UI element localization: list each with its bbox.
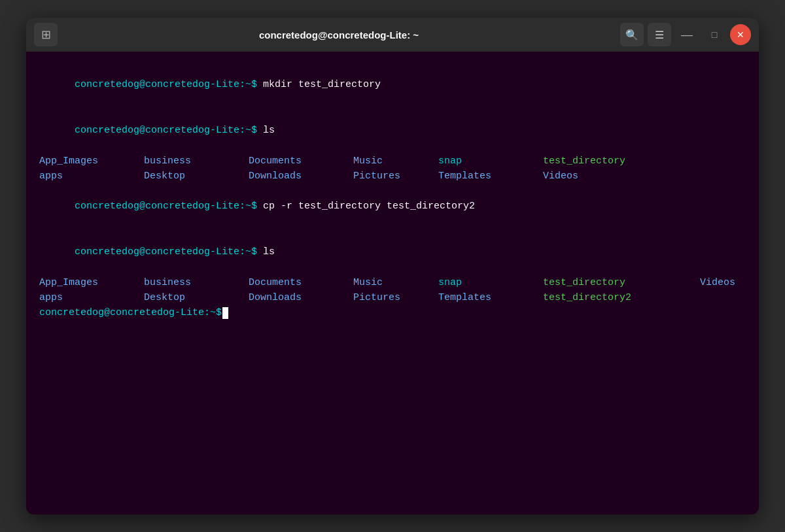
terminal-line-5: concretedog@concretedog-Lite:~$ — [39, 305, 746, 320]
terminal-body[interactable]: concretedog@concretedog-Lite:~$ mkdir te… — [26, 52, 759, 514]
terminal-window: ⊞ concretedog@concretedog-Lite: ~ 🔍 ☰ — … — [26, 18, 759, 514]
dir-Downloads-2: Downloads — [249, 290, 353, 305]
search-button[interactable]: 🔍 — [620, 23, 644, 46]
dir-Music-2: Music — [353, 275, 438, 290]
search-icon: 🔍 — [625, 29, 638, 41]
command-1: mkdir test_directory — [257, 79, 381, 90]
prompt-2: concretedog@concretedog-Lite:~$ — [75, 125, 257, 136]
dir-snap-1: snap — [438, 154, 543, 169]
command-3: cp -r test_directory test_directory2 — [257, 201, 475, 212]
terminal-line-2: concretedog@concretedog-Lite:~$ ls — [39, 108, 746, 154]
new-tab-icon: ⊞ — [41, 27, 51, 42]
minimize-icon: — — [681, 28, 693, 42]
dir-test_directory-1: test_directory — [543, 154, 674, 169]
terminal-line-1: concretedog@concretedog-Lite:~$ mkdir te… — [39, 62, 746, 108]
titlebar: ⊞ concretedog@concretedog-Lite: ~ 🔍 ☰ — … — [26, 18, 759, 52]
dir-apps-2: apps — [39, 290, 144, 305]
dir-Templates-1: Templates — [438, 169, 543, 184]
terminal-line-4: concretedog@concretedog-Lite:~$ ls — [39, 229, 746, 275]
new-tab-button[interactable]: ⊞ — [34, 23, 58, 46]
dir-Pictures-1: Pictures — [353, 169, 438, 184]
close-button[interactable]: ✕ — [730, 24, 751, 45]
prompt-4: concretedog@concretedog-Lite:~$ — [75, 246, 257, 258]
titlebar-left: ⊞ — [34, 23, 58, 46]
dir-Pictures-2: Pictures — [353, 290, 438, 305]
cursor — [222, 307, 228, 319]
menu-button[interactable]: ☰ — [648, 23, 671, 46]
ls-output-row-1b: apps Desktop Downloads Pictures Template… — [39, 169, 746, 184]
dir-Desktop-1: Desktop — [144, 169, 249, 184]
dir-test_directory2-2: test_directory2 — [543, 290, 700, 305]
ls-output-row-2a: App_Images business Documents Music snap… — [39, 275, 746, 290]
ls-output-row-1a: App_Images business Documents Music snap… — [39, 154, 746, 169]
dir-App_Images-2: App_Images — [39, 275, 144, 290]
dir-apps-1: apps — [39, 169, 144, 184]
dir-business-2: business — [144, 275, 249, 290]
hamburger-icon: ☰ — [655, 29, 664, 41]
dir-App_Images-1: App_Images — [39, 154, 144, 169]
window-title: concretedog@concretedog-Lite: ~ — [58, 29, 620, 41]
dir-Documents-1: Documents — [249, 154, 353, 169]
terminal-line-3: concretedog@concretedog-Lite:~$ cp -r te… — [39, 184, 746, 229]
titlebar-controls: 🔍 ☰ — □ ✕ — [620, 23, 751, 46]
command-2: ls — [257, 125, 275, 136]
dir-Downloads-1: Downloads — [249, 169, 353, 184]
ls-output-row-2b: apps Desktop Downloads Pictures Template… — [39, 290, 746, 305]
dir-Desktop-2: Desktop — [144, 290, 249, 305]
dir-business-1: business — [144, 154, 249, 169]
maximize-button[interactable]: □ — [703, 23, 726, 46]
dir-Videos-1: Videos — [543, 169, 674, 184]
close-icon: ✕ — [737, 29, 744, 40]
minimize-button[interactable]: — — [675, 23, 699, 46]
dir-Documents-2: Documents — [249, 275, 353, 290]
dir-snap-2: snap — [438, 275, 543, 290]
prompt-5: concretedog@concretedog-Lite:~$ — [39, 305, 222, 320]
maximize-icon: □ — [712, 29, 717, 40]
prompt-3: concretedog@concretedog-Lite:~$ — [75, 201, 257, 212]
dir-test_directory-2: test_directory — [543, 275, 700, 290]
dir-Music-1: Music — [353, 154, 438, 169]
prompt-1: concretedog@concretedog-Lite:~$ — [75, 79, 257, 90]
dir-Videos-2: Videos — [700, 275, 759, 290]
command-4: ls — [257, 246, 275, 258]
dir-Templates-2: Templates — [438, 290, 543, 305]
